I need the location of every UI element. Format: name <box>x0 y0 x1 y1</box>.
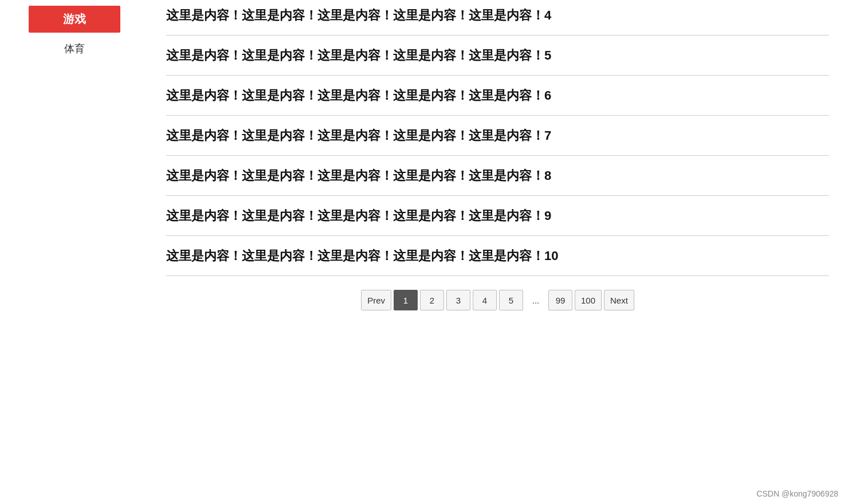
page-button[interactable]: 3 <box>446 290 470 310</box>
list-item: 这里是内容！这里是内容！这里是内容！这里是内容！这里是内容！5 <box>166 36 829 76</box>
next-button[interactable]: Next <box>604 290 634 310</box>
main-content: 这里是内容！这里是内容！这里是内容！这里是内容！这里是内容！4这里是内容！这里是… <box>149 0 852 504</box>
page-button[interactable]: 1 <box>394 290 418 310</box>
list-item: 这里是内容！这里是内容！这里是内容！这里是内容！这里是内容！6 <box>166 76 829 116</box>
page-button[interactable]: 100 <box>575 290 602 310</box>
article-title: 这里是内容！这里是内容！这里是内容！这里是内容！这里是内容！9 <box>166 206 829 225</box>
sidebar-item-游戏[interactable]: 游戏 <box>29 6 120 33</box>
list-item: 这里是内容！这里是内容！这里是内容！这里是内容！这里是内容！7 <box>166 116 829 156</box>
list-item: 这里是内容！这里是内容！这里是内容！这里是内容！这里是内容！8 <box>166 156 829 196</box>
pagination: Prev12345...99100Next <box>166 276 829 316</box>
watermark: CSDN @kong7906928 <box>756 489 838 498</box>
article-title: 这里是内容！这里是内容！这里是内容！这里是内容！这里是内容！10 <box>166 246 829 265</box>
list-item: 这里是内容！这里是内容！这里是内容！这里是内容！这里是内容！4 <box>166 6 829 36</box>
article-title: 这里是内容！这里是内容！这里是内容！这里是内容！这里是内容！4 <box>166 6 829 25</box>
article-title: 这里是内容！这里是内容！这里是内容！这里是内容！这里是内容！6 <box>166 86 829 105</box>
article-title: 这里是内容！这里是内容！这里是内容！这里是内容！这里是内容！5 <box>166 46 829 65</box>
sidebar: 游戏 体育 <box>0 0 149 504</box>
page-button[interactable]: 99 <box>548 290 572 310</box>
article-title: 这里是内容！这里是内容！这里是内容！这里是内容！这里是内容！7 <box>166 126 829 145</box>
page-button[interactable]: 4 <box>473 290 497 310</box>
page-button[interactable]: 2 <box>420 290 444 310</box>
pagination-ellipsis: ... <box>525 290 546 310</box>
list-item: 这里是内容！这里是内容！这里是内容！这里是内容！这里是内容！10 <box>166 236 829 276</box>
list-item: 这里是内容！这里是内容！这里是内容！这里是内容！这里是内容！9 <box>166 196 829 236</box>
article-title: 这里是内容！这里是内容！这里是内容！这里是内容！这里是内容！8 <box>166 166 829 185</box>
prev-button[interactable]: Prev <box>361 290 391 310</box>
article-list: 这里是内容！这里是内容！这里是内容！这里是内容！这里是内容！4这里是内容！这里是… <box>166 6 829 276</box>
page-button[interactable]: 5 <box>499 290 523 310</box>
sidebar-item-体育[interactable]: 体育 <box>29 38 120 59</box>
